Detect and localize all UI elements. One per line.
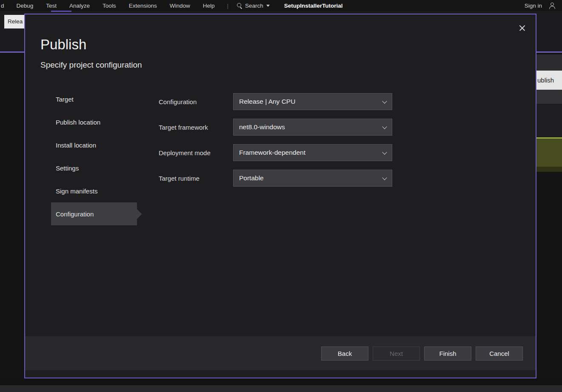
step-publish-location[interactable]: Publish location	[51, 111, 137, 134]
finish-button[interactable]: Finish	[424, 347, 471, 361]
dialog-footer: Back Next Finish Cancel	[25, 336, 536, 370]
menu-item-test[interactable]: Test	[40, 3, 63, 9]
form-row-configuration: Configuration Release | Any CPU	[159, 93, 392, 110]
step-label: Settings	[56, 165, 79, 172]
step-configuration[interactable]: Configuration	[51, 202, 137, 225]
menu-item-build-partial[interactable]: d	[0, 3, 10, 9]
back-button[interactable]: Back	[321, 347, 368, 361]
selected-step-arrow-icon	[131, 209, 142, 219]
close-icon	[519, 25, 525, 31]
configuration-form: Configuration Release | Any CPU Target f…	[159, 93, 392, 195]
background-thumbnail	[536, 137, 562, 167]
menu-item-help[interactable]: Help	[197, 3, 221, 9]
dialog-title: Publish	[40, 37, 86, 53]
menu-item-tools[interactable]: Tools	[96, 3, 123, 9]
publish-dialog: Publish Specify project configuration Ta…	[24, 14, 536, 378]
bottom-divider	[0, 378, 562, 385]
field-label-target-runtime: Target runtime	[159, 175, 233, 182]
configuration-select[interactable]: Release | Any CPU	[233, 93, 392, 110]
background-panel-strip	[536, 90, 562, 104]
chevron-down-icon	[382, 150, 387, 154]
step-settings[interactable]: Settings	[51, 156, 137, 179]
background-panel-strip	[536, 54, 562, 71]
select-value: Framework-dependent	[239, 149, 305, 156]
configuration-combo-partial[interactable]: Relea	[4, 15, 26, 28]
steps-list: Target Publish location Install location…	[51, 88, 137, 225]
menu-right: Sign in	[525, 3, 562, 9]
menu-item-analyze[interactable]: Analyze	[63, 3, 96, 9]
close-button[interactable]	[517, 23, 527, 33]
background-thumbnail-edge	[536, 167, 562, 172]
menu-bar: d Debug Test Analyze Tools Extensions Wi…	[0, 0, 562, 11]
menu-separator: |	[227, 3, 228, 9]
step-sign-manifests[interactable]: Sign manifests	[51, 179, 137, 202]
step-label: Install location	[56, 142, 96, 149]
sign-in-link[interactable]: Sign in	[525, 3, 542, 9]
form-row-target-framework: Target framework net8.0-windows	[159, 119, 392, 136]
chevron-down-icon	[382, 175, 387, 180]
target-runtime-select[interactable]: Portable	[233, 170, 392, 187]
select-value: net8.0-windows	[239, 123, 285, 131]
bottom-panel-strip	[0, 385, 562, 392]
menu-accent-underline	[51, 11, 71, 12]
menu-item-debug[interactable]: Debug	[10, 3, 40, 9]
next-button[interactable]: Next	[373, 347, 420, 361]
search-control[interactable]: Search	[237, 3, 270, 9]
user-account-icon[interactable]	[549, 3, 555, 9]
step-label: Target	[56, 96, 74, 103]
cancel-button[interactable]: Cancel	[476, 347, 523, 361]
menu-item-extensions[interactable]: Extensions	[123, 3, 163, 9]
step-label: Sign manifests	[56, 187, 97, 195]
step-install-location[interactable]: Install location	[51, 134, 137, 156]
form-row-deployment-mode: Deployment mode Framework-dependent	[159, 144, 392, 161]
deployment-mode-select[interactable]: Framework-dependent	[233, 144, 392, 161]
chevron-down-icon	[266, 5, 270, 7]
field-label-configuration: Configuration	[159, 98, 233, 105]
select-value: Portable	[239, 174, 264, 182]
menu-item-window[interactable]: Window	[163, 3, 197, 9]
search-icon	[237, 3, 242, 8]
field-label-deployment-mode: Deployment mode	[159, 149, 233, 156]
select-value: Release | Any CPU	[239, 98, 295, 105]
dialog-subtitle: Specify project configuration	[40, 60, 142, 70]
chevron-down-icon	[382, 99, 387, 103]
form-row-target-runtime: Target runtime Portable	[159, 170, 392, 187]
chevron-down-icon	[382, 124, 387, 129]
target-framework-select[interactable]: net8.0-windows	[233, 119, 392, 136]
menu-items: d Debug Test Analyze Tools Extensions Wi…	[0, 3, 221, 9]
step-label: Configuration	[56, 210, 94, 218]
step-label: Publish location	[56, 119, 100, 126]
field-label-target-framework: Target framework	[159, 124, 233, 131]
publish-button-partial[interactable]: ublish	[536, 71, 562, 90]
search-label: Search	[245, 3, 263, 9]
step-target[interactable]: Target	[51, 88, 137, 111]
background-panel	[536, 104, 562, 137]
window-title: SetupInstallerTutorial	[284, 3, 343, 9]
